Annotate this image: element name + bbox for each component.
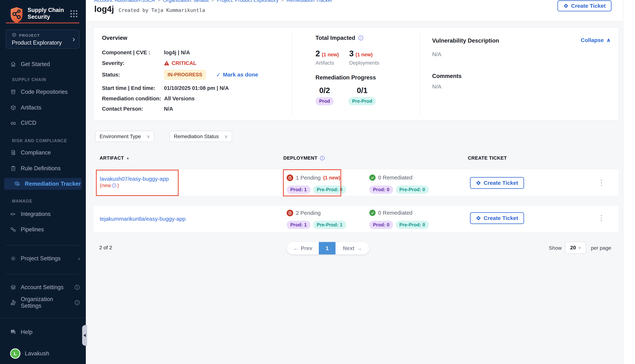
breadcrumb-project-link[interactable]: Project: Product Exploratory xyxy=(217,0,279,3)
column-header-artifact[interactable]: ARTIFACT ▲ xyxy=(100,155,130,161)
home-icon xyxy=(10,61,16,67)
mark-as-done-button[interactable]: ✓ Mark as done xyxy=(216,72,258,78)
deployments-new-count: (1 new) xyxy=(355,52,373,58)
remediation-tracker-icon xyxy=(14,181,20,187)
next-page-button[interactable]: Next → xyxy=(335,242,369,254)
overview-field-component: Component | CVE : log4j | N/A xyxy=(102,49,190,56)
sidebar-item-remediation-tracker[interactable]: Remediation Tracker xyxy=(4,178,82,190)
breadcrumb: Account: Automation-SSCA>Organization: d… xyxy=(94,0,332,3)
overview-title: Overview xyxy=(102,35,127,41)
artifact-new-tag: (new ) xyxy=(100,182,169,188)
collapse-button[interactable]: Collapse ∧ xyxy=(581,37,611,43)
pending-status: 2 Pending xyxy=(287,210,321,216)
sidebar-item-project-settings[interactable]: Project Settings › xyxy=(0,253,86,264)
environment-type-filter[interactable]: Environment Type ∨ xyxy=(95,131,154,142)
overview-field-contact: Contact Person: N/A xyxy=(102,105,173,112)
sidebar-item-account-settings[interactable]: Account Settings xyxy=(0,282,86,293)
breadcrumb-page-link[interactable]: Remediation Tracker xyxy=(287,0,332,3)
sidebar-item-get-started[interactable]: Get Started xyxy=(0,58,86,70)
progress-prod: 0/2 Prod xyxy=(315,86,334,105)
deployments-count: 3 xyxy=(349,49,354,58)
sidebar-bottom-divider xyxy=(0,318,86,318)
chevron-right-icon: › xyxy=(78,256,80,262)
sidebar-item-label: Project Settings xyxy=(21,255,61,262)
project-selector[interactable]: PROJECT Product Exploratory › xyxy=(6,30,79,48)
code-repository-icon xyxy=(10,89,16,95)
remediation-status-filter[interactable]: Remediation Status ∨ xyxy=(169,131,232,142)
remediated-check-icon xyxy=(369,210,375,216)
pending-clock-icon xyxy=(287,174,293,181)
overview-field-status: Status: IN-PROGRESS ✓ Mark as done xyxy=(102,70,258,80)
progress-preprod: 0/1 Pre-Prod xyxy=(348,86,376,105)
ticket-diamond-icon xyxy=(476,216,481,221)
sidebar-item-label: Organization Settings xyxy=(21,296,70,309)
created-by-text: Created by Teja Kummarikuntla xyxy=(118,7,205,13)
app-title: Supply Chain Security xyxy=(28,6,64,20)
create-ticket-button-header[interactable]: Create Ticket xyxy=(557,0,611,12)
sidebar-item-organization-settings[interactable]: Organization Settings xyxy=(0,297,86,308)
row-menu-kebab-icon[interactable]: ⋮ xyxy=(598,214,605,222)
page-header: Account: Automation-SSCA>Organization: d… xyxy=(86,0,623,21)
vulnerability-description-title: Vulnerability Description xyxy=(432,38,499,44)
sidebar-item-cicd[interactable]: ∞ CI/CD xyxy=(0,117,86,129)
ticket-diamond-icon xyxy=(563,3,568,8)
sidebar-item-compliance[interactable]: Compliance xyxy=(0,147,86,158)
prev-page-button[interactable]: ← Prev xyxy=(287,242,319,254)
sidebar-item-rule-definitions[interactable]: Rule Definitions xyxy=(0,162,86,174)
pipelines-icon xyxy=(10,226,16,233)
overview-field-time: Start time | End time: 01/10/2025 01:08 … xyxy=(102,84,229,92)
remediated-status: 0 Remediated xyxy=(369,174,412,181)
ticket-diamond-icon xyxy=(476,180,481,186)
module-switcher-icon[interactable] xyxy=(70,10,77,17)
breadcrumb-account-link[interactable]: Account: Automation-SSCA xyxy=(94,0,155,3)
sidebar-item-help[interactable]: ? Help xyxy=(0,326,86,338)
pagination: ← Prev 1 Next → xyxy=(287,242,369,254)
svg-text:?: ? xyxy=(12,330,14,332)
card-divider xyxy=(292,31,292,117)
info-icon[interactable] xyxy=(112,183,116,188)
arrow-left-icon: ← xyxy=(293,245,299,251)
row-menu-kebab-icon[interactable]: ⋮ xyxy=(598,178,605,186)
sidebar-item-pipelines[interactable]: Pipelines xyxy=(0,224,86,236)
sidebar-item-artifacts[interactable]: Artifacts xyxy=(0,102,86,114)
column-header-deployment: DEPLOYMENT xyxy=(283,155,325,161)
artifact-link[interactable]: lavakush07/easy-buggy-app xyxy=(100,175,169,182)
remediation-progress-title: Remediation Progress xyxy=(315,74,376,81)
project-selector-label: PROJECT xyxy=(19,33,40,38)
create-ticket-button-row[interactable]: Create Ticket xyxy=(470,212,524,224)
supply-chain-security-logo-icon xyxy=(10,6,24,24)
sidebar-item-integrations[interactable]: Integrations xyxy=(0,208,86,220)
artifact-link[interactable]: tejakummarikuntla/easy-buggy-app xyxy=(100,215,185,222)
page-size-select[interactable]: 20 ∨ xyxy=(565,242,586,254)
infinity-icon: ∞ xyxy=(10,120,16,126)
gear-icon xyxy=(10,256,16,262)
create-ticket-button-row[interactable]: Create Ticket xyxy=(470,177,524,189)
preprod-count-badge: Pre-Prod: 1 xyxy=(313,221,346,229)
severity-value: CRITICAL xyxy=(172,60,196,66)
info-icon[interactable] xyxy=(74,300,80,305)
result-count: 2 of 2 xyxy=(99,245,112,250)
info-icon[interactable] xyxy=(74,284,80,290)
page-number-button[interactable]: 1 xyxy=(319,242,335,254)
per-page-label: per page xyxy=(591,245,611,251)
vulnerability-description-value: N/A xyxy=(432,51,441,58)
info-icon[interactable] xyxy=(358,35,364,41)
check-icon: ✓ xyxy=(216,72,221,78)
brand-accent-line xyxy=(6,22,79,23)
user-menu[interactable]: L Lavakush xyxy=(0,347,86,360)
sidebar-item-label: Remediation Tracker xyxy=(25,180,81,187)
prod-count-badge: Prod: 1 xyxy=(287,221,311,229)
info-icon[interactable] xyxy=(320,156,325,161)
preprod-count-badge: Pre-Prod: 0 xyxy=(396,186,429,194)
sidebar-item-label: Integrations xyxy=(21,211,51,218)
remediated-status: 0 Remediated xyxy=(369,210,412,216)
sidebar-collapse-handle[interactable] xyxy=(82,325,87,346)
sidebar-item-label: Code Repositories xyxy=(21,88,68,95)
chevron-right-icon: › xyxy=(73,35,75,43)
breadcrumb-separator: > xyxy=(211,0,214,3)
clipboard-check-icon xyxy=(10,165,16,172)
user-name: Lavakush xyxy=(25,350,49,357)
pending-status: 1 Pending (1 new) xyxy=(287,174,340,181)
breadcrumb-org-link[interactable]: Organization: default xyxy=(163,0,209,3)
sidebar-item-code-repositories[interactable]: Code Repositories xyxy=(0,86,86,98)
